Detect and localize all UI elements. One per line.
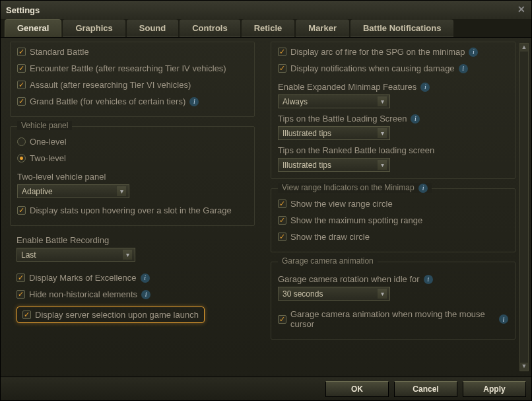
select-value: Last [21, 250, 36, 260]
right-column: Display arc of fire for the SPG on the m… [265, 42, 527, 373]
tab-bar: General Graphics Sound Controls Reticle … [1, 19, 531, 38]
select-value: Always [283, 97, 308, 106]
info-icon[interactable] [469, 48, 478, 57]
info-icon[interactable] [141, 273, 150, 283]
label-draw-circle: Show the draw circle [290, 232, 370, 242]
label-dmg-notif: Display notifications when causing damag… [290, 63, 455, 73]
select-tips-loading[interactable]: Illustrated tips [278, 126, 390, 140]
select-value: Illustrated tips [283, 129, 331, 138]
checkbox-standard-battle[interactable] [17, 48, 26, 56]
cancel-button[interactable]: Cancel [394, 381, 457, 397]
checkbox-view-circle[interactable] [278, 200, 286, 208]
label-spotting: Show the maximum spotting range [290, 215, 422, 225]
group-title-view-range: View range Indicators on the Minimap [278, 183, 432, 193]
label-battle-recording: Enable Battle Recording [17, 235, 248, 245]
scroll-up-icon[interactable]: ▲ [520, 44, 528, 52]
info-icon[interactable] [499, 314, 508, 324]
label-two-level-panel: Two-level vehicle panel [17, 172, 248, 182]
scroll-down-icon[interactable]: ▼ [520, 363, 528, 371]
info-icon[interactable] [418, 184, 428, 193]
scrollbar[interactable]: ▲ ▼ [519, 43, 529, 371]
tab-graphics[interactable]: Graphics [63, 19, 125, 37]
select-tips-ranked[interactable]: Illustrated tips [278, 158, 390, 172]
label-encounter-battle: Encounter Battle (after researching Tier… [30, 63, 226, 73]
checkbox-server-selection[interactable] [22, 310, 31, 319]
select-value: Adaptive [22, 187, 53, 196]
battle-types-group: Standard Battle Encounter Battle (after … [10, 42, 255, 117]
label-server-selection: Display server selection upon game launc… [35, 310, 199, 320]
select-battle-recording[interactable]: Last [17, 248, 135, 262]
footer: OK Cancel Apply [1, 377, 531, 400]
info-icon[interactable] [459, 64, 468, 73]
label-garage-move: Garage camera animation when moving the … [290, 309, 495, 329]
info-icon[interactable] [420, 83, 430, 92]
checkbox-assault[interactable] [17, 81, 26, 89]
info-icon[interactable] [424, 275, 433, 284]
ok-button[interactable]: OK [325, 381, 389, 397]
label-arc-spg: Display arc of fire for the SPG on the m… [290, 47, 465, 57]
label-one-level: One-level [30, 137, 67, 147]
label-two-level: Two-level [30, 153, 66, 163]
tab-battle-notifications[interactable]: Battle Notifications [350, 19, 453, 37]
select-value: Illustrated tips [283, 161, 331, 170]
checkbox-hover-stats[interactable] [17, 206, 26, 215]
titlebar: Settings ✕ [1, 1, 531, 19]
group-title-garage: Garage camera animation [278, 256, 378, 266]
checkbox-hide-nonhist[interactable] [17, 290, 25, 299]
group-title-vehicle-panel: Vehicle panel [17, 121, 72, 130]
tab-sound[interactable]: Sound [127, 19, 178, 37]
vehicle-panel-group: Vehicle panel One-level Two-level Two-le… [10, 126, 255, 226]
label-grand-battle: Grand Battle (for vehicles of certain ti… [30, 96, 185, 106]
content-area: Standard Battle Encounter Battle (after … [1, 38, 531, 377]
left-column: Standard Battle Encounter Battle (after … [5, 42, 260, 373]
label-marks: Display Marks of Excellence [29, 273, 137, 283]
checkbox-dmg-notif[interactable] [278, 64, 286, 73]
select-expanded-minimap[interactable]: Always [278, 94, 390, 108]
label-hide-nonhist: Hide non-historical elements [29, 289, 137, 299]
checkbox-garage-move[interactable] [278, 315, 286, 324]
label-hover-stats: Display stats upon hovering over a slot … [30, 205, 232, 215]
info-icon[interactable] [141, 290, 150, 299]
checkbox-encounter-battle[interactable] [17, 64, 26, 73]
tab-reticle[interactable]: Reticle [242, 19, 295, 37]
garage-camera-group: Garage camera animation Garage camera ro… [271, 262, 515, 340]
tab-controls[interactable]: Controls [180, 19, 240, 37]
label-assault: Assault (after researching Tier VI vehic… [30, 80, 191, 90]
view-range-group: View range Indicators on the Minimap Sho… [271, 188, 515, 252]
checkbox-draw-circle[interactable] [278, 233, 286, 241]
label-expanded-minimap: Enable Expanded Minimap Features [278, 82, 416, 92]
radio-two-level[interactable] [17, 154, 26, 163]
checkbox-grand-battle[interactable] [17, 97, 26, 106]
tab-general[interactable]: General [5, 19, 61, 37]
checkbox-arc-spg[interactable] [278, 48, 286, 56]
highlight-server-selection: Display server selection upon game launc… [17, 307, 205, 323]
select-garage-idle[interactable]: 30 seconds [278, 287, 390, 301]
close-icon[interactable]: ✕ [515, 3, 527, 15]
checkbox-spotting[interactable] [278, 216, 286, 225]
info-icon[interactable] [189, 97, 199, 106]
checkbox-marks[interactable] [17, 273, 25, 282]
apply-button[interactable]: Apply [463, 381, 526, 397]
select-two-level-panel[interactable]: Adaptive [17, 184, 129, 198]
minimap-group: Display arc of fire for the SPG on the m… [271, 42, 515, 179]
label-garage-idle: Garage camera rotation when idle for [278, 274, 420, 284]
label-standard-battle: Standard Battle [30, 47, 89, 57]
window-title: Settings [6, 5, 40, 15]
radio-one-level[interactable] [17, 137, 26, 146]
label-tips-ranked: Tips on the Ranked Battle loading screen [278, 145, 434, 155]
select-value: 30 seconds [283, 289, 323, 299]
info-icon[interactable] [411, 114, 420, 124]
label-tips-loading: Tips on the Battle Loading Screen [278, 114, 407, 124]
label-view-circle: Show the view range circle [290, 199, 393, 209]
tab-marker[interactable]: Marker [296, 19, 349, 37]
